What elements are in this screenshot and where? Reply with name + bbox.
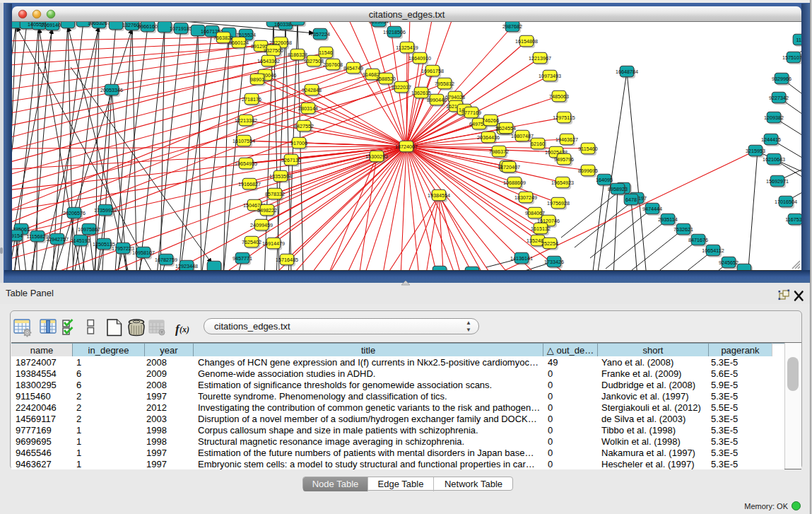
svg-text:(x): (x) xyxy=(180,325,189,334)
